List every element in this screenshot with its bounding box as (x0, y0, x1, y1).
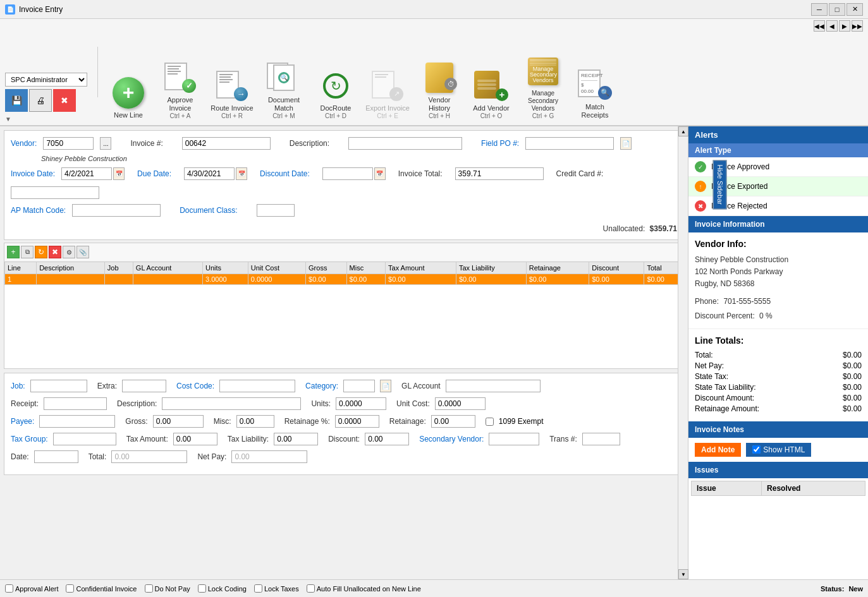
new-line-button[interactable]: + New Line (103, 73, 154, 123)
total-input[interactable] (111, 450, 187, 463)
invoice-total-input[interactable] (455, 167, 544, 180)
invoice-date-label[interactable]: Invoice Date: (11, 169, 55, 178)
match-receipts-button[interactable]: RECEIPT $ 00.00 🔍 Match Receipts (570, 64, 620, 123)
grid-settings-button[interactable]: ⚙ (63, 246, 75, 258)
credit-card-input[interactable] (11, 186, 99, 199)
description-input-2[interactable] (162, 397, 301, 410)
gross-input[interactable] (153, 415, 204, 428)
extra-input[interactable] (122, 380, 166, 392)
retainage-pct-input[interactable] (335, 415, 379, 428)
lock-taxes-checkbox[interactable] (254, 584, 262, 593)
approve-invoice-button[interactable]: ✓ Approve Invoice Ctrl + A (155, 57, 205, 123)
confidential-checkbox[interactable] (66, 584, 74, 593)
due-date-input[interactable] (184, 167, 235, 180)
nav-prev-button[interactable]: ◀ (826, 20, 838, 32)
ap-match-label[interactable]: AP Match Code: (11, 206, 66, 215)
scroll-down-button[interactable]: ▼ (678, 569, 688, 579)
tax-group-input[interactable] (53, 433, 116, 445)
net-pay-input[interactable] (231, 450, 307, 463)
show-html-button[interactable]: Show HTML (746, 443, 811, 457)
tax-group-label[interactable]: Tax Group: (11, 435, 48, 443)
hide-sidebar-button[interactable]: Hide Sidebar (713, 160, 727, 209)
nav-forward-button[interactable]: ▶▶ (852, 20, 863, 32)
secondary-vendor-input[interactable] (489, 433, 539, 445)
grid-add-button[interactable]: + (7, 246, 20, 258)
invoice-num-input[interactable] (182, 137, 271, 150)
export-invoice-button[interactable]: ↗ Export Invoice Ctrl + E (362, 66, 413, 123)
scroll-up-button[interactable]: ▲ (678, 126, 688, 136)
vendor-input[interactable] (43, 137, 94, 150)
ap-match-input[interactable] (72, 204, 161, 217)
minimize-button[interactable]: ─ (811, 3, 828, 16)
gl-account-input[interactable] (446, 380, 541, 392)
route-invoice-button[interactable]: → Route Invoice Ctrl + R (207, 66, 257, 123)
col-job: Job (104, 262, 133, 274)
lock-coding-checkbox[interactable] (198, 584, 206, 593)
vendor-lookup-button[interactable]: ... (100, 137, 111, 150)
show-html-checkbox[interactable] (752, 445, 761, 454)
discount-date-calendar-button[interactable]: 📅 (374, 167, 386, 180)
discount-input[interactable] (365, 433, 409, 445)
payee-label[interactable]: Payee: (11, 417, 34, 426)
docroute-button[interactable]: ↻ DocRoute Ctrl + D (310, 66, 361, 123)
discount-date-label[interactable]: Discount Date: (260, 169, 310, 178)
tax-amount-input[interactable] (173, 433, 217, 445)
user-dropdown[interactable]: SPC Administrator (5, 73, 87, 87)
vendor-label[interactable]: Vendor: (11, 139, 37, 148)
cost-code-input[interactable] (219, 380, 295, 392)
invoice-date-input[interactable] (61, 167, 112, 180)
close-button[interactable]: ✕ (847, 3, 863, 16)
field-po-lookup-button[interactable]: 📄 (620, 137, 632, 150)
document-match-button[interactable]: 🔍 Document Match Ctrl + M (259, 57, 309, 123)
grid-scroll-area[interactable]: Line Description Job GL Account Units Un… (4, 262, 683, 285)
grid-copy-button[interactable]: ⧉ (21, 246, 34, 258)
vendor-history-button[interactable]: ⏱ Vendor History Ctrl + H (414, 57, 465, 123)
nav-next-button[interactable]: ▶ (839, 20, 850, 32)
category-input[interactable] (343, 380, 375, 392)
grid-delete-button[interactable]: ✖ (49, 246, 61, 258)
job-input[interactable] (30, 380, 87, 392)
maximize-button[interactable]: □ (829, 3, 845, 16)
vertical-scrollbar[interactable]: ▲ ▼ (678, 126, 688, 579)
table-row[interactable]: 1 3.0000 0.0000 $0.00 $0.00 $0.00 $0.00 … (5, 274, 683, 285)
grid-refresh-button[interactable]: ↻ (35, 246, 47, 258)
status-bar: Approval Alert Confidential Invoice Do N… (0, 579, 868, 597)
units-input[interactable] (336, 397, 386, 410)
grid-attach-button[interactable]: 📎 (76, 246, 89, 258)
add-vendor-icon: + (474, 69, 508, 103)
auto-fill-checkbox[interactable] (307, 584, 315, 593)
save-button[interactable]: 💾 (5, 89, 28, 112)
description-input[interactable] (348, 137, 462, 150)
category-label[interactable]: Category: (305, 382, 338, 390)
field-po-input[interactable] (525, 137, 614, 150)
scroll-track[interactable] (678, 136, 688, 569)
print-button[interactable]: 🖨 (29, 89, 52, 112)
trans-input[interactable] (582, 433, 620, 445)
job-label[interactable]: Job: (11, 382, 25, 390)
tax-liability-input[interactable] (274, 433, 318, 445)
document-class-input[interactable] (257, 204, 295, 217)
secondary-vendors-button[interactable]: ManageSecondaryVendors Manage Secondary … (518, 51, 568, 123)
due-date-calendar-button[interactable]: 📅 (236, 167, 247, 180)
unit-cost-input[interactable] (435, 397, 486, 410)
nav-back-button[interactable]: ◀◀ (814, 20, 825, 32)
exempt-checkbox[interactable] (486, 418, 494, 426)
add-vendor-button[interactable]: + Add Vendor Ctrl + O (466, 66, 517, 123)
due-date-label[interactable]: Due Date: (137, 169, 171, 178)
document-class-label[interactable]: Document Class: (180, 206, 237, 215)
do-not-pay-checkbox[interactable] (145, 584, 153, 593)
cost-code-label[interactable]: Cost Code: (176, 382, 214, 390)
category-lookup-button[interactable]: 📄 (380, 380, 391, 392)
field-po-label[interactable]: Field PO #: (481, 139, 519, 148)
cancel-button[interactable]: ✖ (53, 89, 76, 112)
add-note-button[interactable]: Add Note (695, 443, 741, 457)
retainage-input[interactable] (431, 415, 475, 428)
invoice-date-calendar-button[interactable]: 📅 (113, 167, 125, 180)
receipt-input[interactable] (44, 397, 107, 410)
approval-alert-checkbox[interactable] (5, 584, 13, 593)
payee-input[interactable] (39, 415, 115, 428)
secondary-vendor-label[interactable]: Secondary Vendor: (419, 435, 484, 443)
discount-date-input[interactable] (322, 167, 373, 180)
date-input[interactable] (34, 450, 78, 463)
misc-input[interactable] (236, 415, 274, 428)
